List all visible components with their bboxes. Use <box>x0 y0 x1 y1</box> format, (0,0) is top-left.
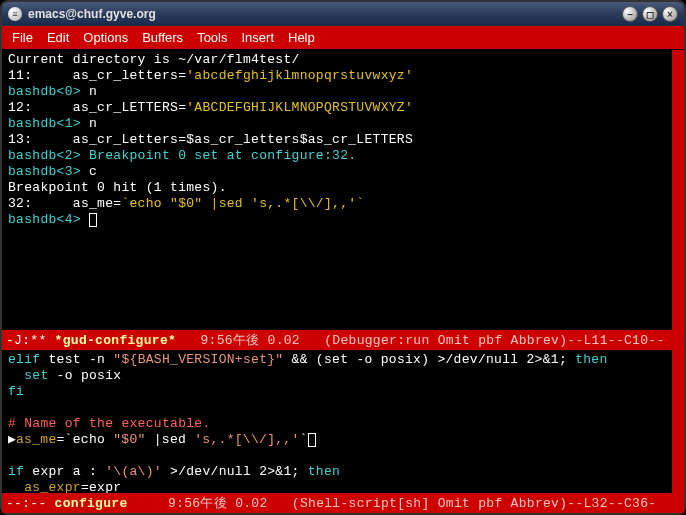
src-comment: # Name of the executable. <box>8 416 666 432</box>
gud-prompt: bashdb<2> Breakpoint 0 set at configure:… <box>8 148 666 164</box>
modeline-gud[interactable]: -J:** *gud-configure* 9:56午後 0.02 (Debug… <box>2 330 684 350</box>
gud-line: Breakpoint 0 hit (1 times). <box>8 180 666 196</box>
menu-tools[interactable]: Tools <box>197 30 227 45</box>
gud-prompt: bashdb<1> n <box>8 116 666 132</box>
app-icon: ≡ <box>8 7 22 21</box>
window-frame: ≡ emacs@chuf.gyve.org – ◻ × File Edit Op… <box>0 0 686 515</box>
menu-file[interactable]: File <box>12 30 33 45</box>
window-title: emacs@chuf.gyve.org <box>28 7 622 21</box>
cursor <box>89 213 97 227</box>
gud-line: 13: as_cr_Letters=$as_cr_letters$as_cr_L… <box>8 132 666 148</box>
maximize-button[interactable]: ◻ <box>642 6 658 22</box>
gud-line: Current directory is ~/var/flm4test/ <box>8 52 666 68</box>
src-line <box>8 448 666 464</box>
menu-edit[interactable]: Edit <box>47 30 69 45</box>
src-line: fi <box>8 384 666 400</box>
gud-prompt: bashdb<3> c <box>8 164 666 180</box>
editor-area: Current directory is ~/var/flm4test/ 11:… <box>2 50 684 513</box>
menu-help[interactable]: Help <box>288 30 315 45</box>
modeline-source[interactable]: --:-- configure 9:56午後 0.02 (Shell-scrip… <box>2 493 684 513</box>
close-button[interactable]: × <box>662 6 678 22</box>
gud-prompt: bashdb<4> <box>8 212 666 228</box>
src-line: if expr a : '\(a\)' >/dev/null 2>&1; the… <box>8 464 666 480</box>
menu-options[interactable]: Options <box>83 30 128 45</box>
src-line: set -o posix <box>8 368 666 384</box>
gud-line: 32: as_me=`echo "$0" |sed 's,.*[\\/],,'` <box>8 196 666 212</box>
gud-pane[interactable]: Current directory is ~/var/flm4test/ 11:… <box>2 50 684 330</box>
src-line: as_expr=expr <box>8 480 666 493</box>
overlay-arrow-icon: ▶ <box>8 432 16 448</box>
minimize-button[interactable]: – <box>622 6 638 22</box>
menu-insert[interactable]: Insert <box>241 30 274 45</box>
menu-bar: File Edit Options Buffers Tools Insert H… <box>2 26 684 50</box>
source-pane[interactable]: elif test -n "${BASH_VERSION+set}" && (s… <box>2 350 684 493</box>
src-line <box>8 400 666 416</box>
cursor <box>308 433 316 447</box>
menu-buffers[interactable]: Buffers <box>142 30 183 45</box>
titlebar[interactable]: ≡ emacs@chuf.gyve.org – ◻ × <box>2 2 684 26</box>
gud-line: 11: as_cr_letters='abcdefghijklmnopqrstu… <box>8 68 666 84</box>
src-current-line: ▶as_me=`echo "$0" |sed 's,.*[\\/],,'` <box>8 432 666 448</box>
window-buttons: – ◻ × <box>622 6 678 22</box>
src-line: elif test -n "${BASH_VERSION+set}" && (s… <box>8 352 666 368</box>
gud-line: 12: as_cr_LETTERS='ABCDEFGHIJKLMNOPQRSTU… <box>8 100 666 116</box>
gud-prompt: bashdb<0> n <box>8 84 666 100</box>
